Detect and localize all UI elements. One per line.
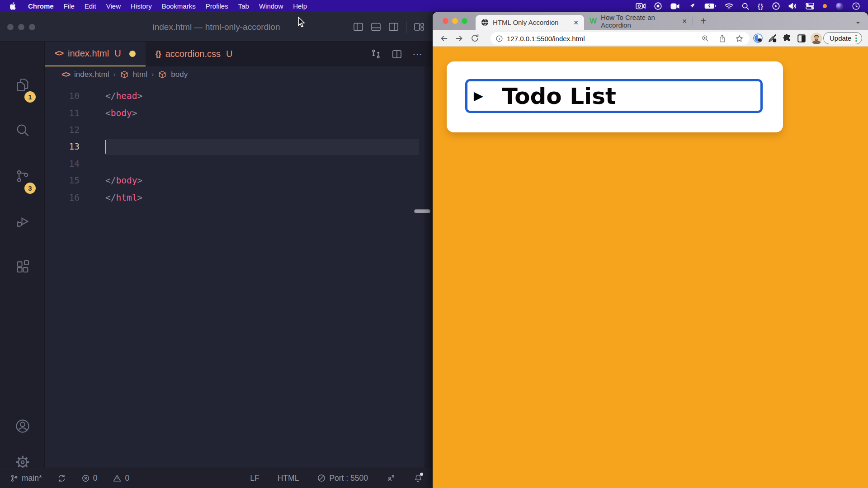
open-changes-icon[interactable] <box>370 48 382 60</box>
menu-edit[interactable]: Edit <box>80 2 101 10</box>
battery-icon[interactable] <box>704 3 716 9</box>
symbol-cube-icon <box>158 70 167 79</box>
menu-chrome[interactable]: Chrome <box>23 2 59 10</box>
forward-button[interactable] <box>454 30 464 47</box>
menu-history[interactable]: History <box>126 2 157 10</box>
chrome-window: HTML Only Accordion ✕ W How To Create an… <box>433 12 868 488</box>
code-line[interactable]: 14 <box>45 155 425 172</box>
zoom-icon[interactable] <box>701 34 709 42</box>
browser-menu-dots-icon[interactable] <box>855 35 857 42</box>
address-bar[interactable]: 127.0.0.1:5500/index.html <box>491 32 750 45</box>
breadcrumb-file[interactable]: index.html <box>74 70 109 79</box>
sync-icon[interactable] <box>57 474 66 483</box>
html-file-icon: <> <box>55 49 63 58</box>
webpage-viewport: ▶ Todo List <box>433 47 868 488</box>
menu-profiles[interactable]: Profiles <box>201 2 233 10</box>
browser-tab-inactive[interactable]: W How To Create an Accordion ✕ <box>590 12 687 30</box>
eol-indicator[interactable]: LF <box>250 474 259 483</box>
menu-bookmarks[interactable]: Bookmarks <box>157 2 201 10</box>
code-line-current[interactable]: 13 <box>45 138 425 155</box>
tab-close-icon[interactable]: ✕ <box>682 18 687 25</box>
run-debug-icon[interactable] <box>0 205 45 238</box>
chrome-minimize-button[interactable] <box>452 18 458 24</box>
tab-close-icon[interactable]: ✕ <box>573 19 579 26</box>
breadcrumb-html[interactable]: html <box>133 70 147 79</box>
todo-accordion-summary[interactable]: ▶ Todo List <box>465 79 763 113</box>
git-status-letter: U <box>226 49 232 59</box>
code-line[interactable]: 10</head> <box>45 88 425 104</box>
screen-record-icon[interactable] <box>636 3 646 9</box>
explorer-icon[interactable] <box>0 69 45 101</box>
macos-menubar: Chrome File Edit View History Bookmarks … <box>0 0 868 12</box>
menu-window[interactable]: Window <box>254 2 288 10</box>
vscode-titlebar[interactable]: index.html — html-only-accordion <box>0 12 433 42</box>
search-icon[interactable] <box>0 114 45 146</box>
profile-avatar[interactable] <box>811 30 822 47</box>
volume-icon[interactable] <box>788 3 797 9</box>
editor-scrollbar-gutter[interactable] <box>425 66 433 468</box>
live-share-icon[interactable] <box>386 474 396 483</box>
clock-icon[interactable] <box>852 2 860 10</box>
darkmode-extension-icon[interactable] <box>797 30 807 47</box>
window-resize-handle[interactable] <box>414 209 430 213</box>
account-icon[interactable] <box>0 410 45 442</box>
video-camera-icon[interactable] <box>670 3 679 9</box>
errors-item[interactable]: 0 <box>81 474 98 483</box>
colorpicker-extension-icon[interactable] <box>767 30 778 47</box>
toggle-secondary-sidebar-icon[interactable] <box>388 22 399 32</box>
braces-menu-icon[interactable]: {} <box>758 3 764 10</box>
editor-tab-index-html[interactable]: <> index.html U <box>45 42 146 66</box>
menu-tab[interactable]: Tab <box>233 2 254 10</box>
apple-menu-icon[interactable] <box>10 2 17 10</box>
unsaved-dot-icon[interactable] <box>129 51 136 57</box>
breadcrumb-body[interactable]: body <box>171 70 188 79</box>
toggle-primary-sidebar-icon[interactable] <box>353 22 363 32</box>
reload-button[interactable] <box>470 30 480 47</box>
live-server-port[interactable]: Port : 5500 <box>317 474 368 483</box>
code-line[interactable]: 16</html> <box>45 189 425 206</box>
extensions-puzzle-icon[interactable] <box>782 30 792 47</box>
wifi-icon[interactable] <box>725 3 733 9</box>
customize-layout-icon[interactable] <box>414 22 425 32</box>
new-tab-button[interactable]: + <box>700 12 706 30</box>
tab-overflow-chevron-icon[interactable]: ⌄ <box>855 12 861 30</box>
chrome-zoom-button[interactable] <box>462 18 467 24</box>
bookmark-star-icon[interactable] <box>735 34 744 43</box>
siri-icon[interactable] <box>835 2 844 10</box>
chrome-close-button[interactable] <box>443 18 448 24</box>
globe-favicon <box>481 19 489 26</box>
breadcrumbs[interactable]: <> index.html › html › body <box>45 66 433 83</box>
warnings-item[interactable]: 0 <box>113 474 129 483</box>
split-editor-icon[interactable] <box>392 49 402 60</box>
share-icon[interactable] <box>718 34 726 43</box>
extensions-icon[interactable] <box>0 250 45 283</box>
menu-help[interactable]: Help <box>288 2 312 10</box>
rocket-icon[interactable] <box>688 2 696 10</box>
code-editor[interactable]: 10</head> 11<body> 12 13 14 15</body> 16… <box>45 83 425 468</box>
control-center-icon[interactable] <box>806 3 814 9</box>
editor-tab-accordion-css[interactable]: {} accordion.css U <box>146 42 243 66</box>
language-mode[interactable]: HTML <box>278 474 299 483</box>
code-line[interactable]: 11<body> <box>45 104 425 121</box>
notifications-bell-icon[interactable] <box>414 474 423 483</box>
vscode-statusbar: main* 0 0 LF HTML Port : 5500 <box>0 468 433 488</box>
browser-tab-active[interactable]: HTML Only Accordion ✕ <box>476 15 584 30</box>
privacy-extension-icon[interactable] <box>753 30 763 47</box>
spotlight-search-icon[interactable] <box>742 3 749 10</box>
menu-file[interactable]: File <box>59 2 80 10</box>
menu-view[interactable]: View <box>101 2 126 10</box>
more-actions-icon[interactable]: ⋯ <box>412 48 423 60</box>
url-text[interactable]: 127.0.0.1:5500/index.html <box>507 35 585 42</box>
toggle-panel-icon[interactable] <box>371 22 381 32</box>
symbol-cube-icon <box>120 70 129 79</box>
chrome-update-button[interactable]: Update <box>823 32 862 44</box>
notification-dot <box>420 473 423 476</box>
code-line[interactable]: 15</body> <box>45 172 425 189</box>
site-info-icon[interactable] <box>495 35 503 42</box>
record-button-icon[interactable] <box>654 2 662 10</box>
code-line[interactable]: 12 <box>45 122 425 138</box>
back-button[interactable] <box>439 30 449 47</box>
source-control-icon[interactable] <box>0 160 45 192</box>
git-branch-item[interactable]: main* <box>10 474 42 483</box>
play-circle-icon[interactable] <box>772 2 780 10</box>
